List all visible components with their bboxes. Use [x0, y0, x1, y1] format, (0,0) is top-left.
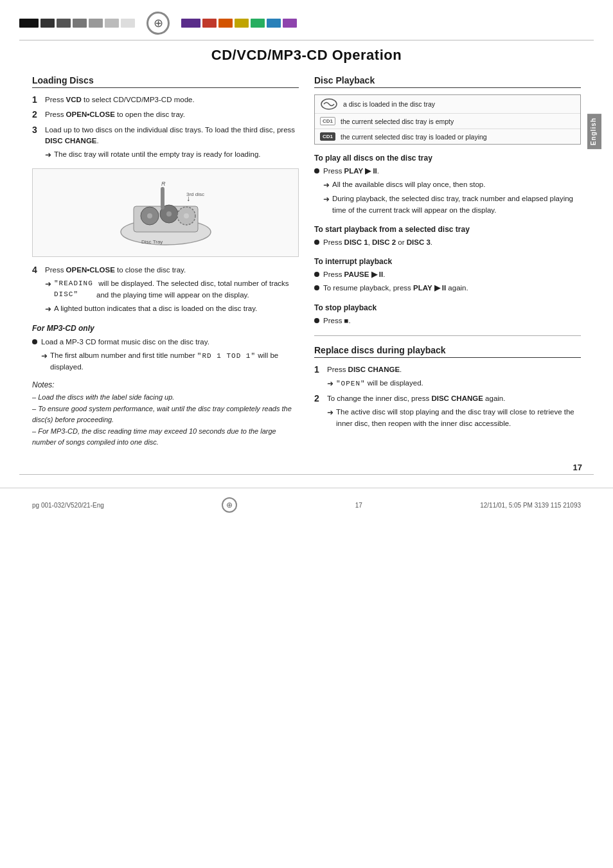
bar-seg: [19, 19, 39, 28]
replace-steps: 1 Press DISC CHANGE. ➜ "OPEN" will be di…: [314, 364, 581, 429]
main-columns: Loading Discs 1 Press VCD to select CD/V…: [32, 75, 581, 448]
bar-seg: [89, 19, 103, 28]
list-item: 1 Press DISC CHANGE. ➜ "OPEN" will be di…: [314, 364, 581, 389]
step-number: 4: [32, 265, 41, 275]
footer-divider: [19, 474, 594, 475]
step-content: Press VCD to select CD/VCD/MP3-CD mode.: [45, 94, 299, 105]
mp3-section: For MP3-CD only Load a MP-3 CD format mu…: [32, 324, 299, 373]
list-item: To ensure good system performance, wait …: [32, 403, 299, 425]
arrow-symbol: ➜: [327, 378, 333, 389]
step-content: Press OPEN•CLOSE to close the disc tray.…: [45, 265, 299, 315]
list-item: For MP3-CD, the disc reading time may ex…: [32, 426, 299, 447]
disc-status-row: CD1 the current selected disc tray is lo…: [315, 129, 580, 144]
step-number: 3: [32, 125, 41, 135]
arrow-text: "OPEN" will be displayed.: [336, 378, 423, 389]
arrow-symbol: ➜: [41, 350, 48, 362]
arrow-item: ➜ The disc tray will rotate until the em…: [45, 149, 299, 161]
arrow-symbol: ➜: [327, 407, 333, 418]
notes-list: Load the discs with the label side facin…: [32, 392, 299, 448]
loading-steps-cont: 4 Press OPEN•CLOSE to close the disc tra…: [32, 265, 299, 315]
svg-text:R: R: [161, 181, 166, 187]
bar-seg: [283, 19, 297, 28]
stop-heading: To stop playback: [314, 303, 581, 312]
bullet-dot: [314, 318, 319, 323]
right-column: English Disc Playback a disc is loaded i…: [314, 75, 581, 433]
list-item: 2 To change the inner disc, press DISC C…: [314, 393, 581, 429]
arrow-item: ➜ "OPEN" will be displayed.: [327, 378, 581, 389]
svg-text:3rd disc: 3rd disc: [186, 191, 204, 197]
bullet-content: To resume playback, press PLAY ▶ II agai…: [323, 283, 581, 294]
replace-discs-heading: Replace discs during playback: [314, 345, 581, 358]
svg-text:Disc Tray: Disc Tray: [141, 239, 163, 245]
footer-compass-icon: ⊕: [222, 497, 237, 513]
step-content: To change the inner disc, press DISC CHA…: [327, 393, 581, 429]
arrow-text: "READING DISC": [54, 278, 94, 299]
arrow-symbol: ➜: [45, 149, 51, 161]
disc-status-legend: a disc is loaded in the disc tray CD1 th…: [314, 94, 581, 145]
arrow-item: ➜ During playback, the selected disc tra…: [323, 193, 581, 216]
play-all-heading: To play all discs on the disc tray: [314, 154, 581, 163]
interrupt-heading: To interrupt playback: [314, 257, 581, 266]
list-item: 2 Press OPEN•CLOSE to open the disc tray…: [32, 109, 299, 120]
disc-tray-svg: R Disc Tray ↓ 3rd disc: [114, 174, 217, 251]
arrow-symbol: ➜: [323, 193, 330, 205]
bullet-content: Press PAUSE ▶ II.: [323, 269, 581, 280]
bar-seg: [181, 19, 200, 28]
disc-status-text: the current selected disc tray is loaded…: [341, 133, 487, 141]
loading-steps: 1 Press VCD to select CD/VCD/MP3-CD mode…: [32, 94, 299, 161]
arrow-text-cont: will be displayed. The selected disc, to…: [96, 278, 299, 301]
list-item: 4 Press OPEN•CLOSE to close the disc tra…: [32, 265, 299, 315]
step-number: 2: [314, 393, 323, 403]
stop-section: To stop playback Press ■.: [314, 303, 581, 326]
disc-label-loaded: CD1: [320, 132, 335, 141]
svg-point-3: [147, 213, 152, 218]
bullet-dot: [32, 339, 37, 344]
arrow-item: ➜ The active disc will stop playing and …: [327, 407, 581, 429]
arrow-symbol: ➜: [45, 278, 51, 290]
step-number: 1: [314, 364, 323, 375]
page-content: CD/VCD/MP3-CD Operation Loading Discs 1 …: [0, 40, 613, 474]
arrow-item: ➜ The first album number and first title…: [41, 350, 299, 373]
page-number-badge: 17: [573, 463, 582, 472]
disc-status-row: CD1 the current selected disc tray is em…: [315, 114, 580, 129]
disc-status-row: a disc is loaded in the disc tray: [315, 95, 580, 114]
bullet-item: Press ■.: [314, 315, 581, 326]
bar-seg: [121, 19, 135, 28]
compass-icon: ⊕: [147, 12, 170, 35]
language-tab: English: [587, 114, 601, 149]
footer-center-page: 17: [355, 502, 362, 509]
disc-wave-icon: [320, 98, 338, 110]
disc-label-empty: CD1: [320, 117, 335, 125]
list-item: 1 Press VCD to select CD/VCD/MP3-CD mode…: [32, 94, 299, 105]
list-item: Load the discs with the label side facin…: [32, 392, 299, 403]
footer-left-text: pg 001-032/V520/21-Eng: [32, 502, 104, 509]
step-number: 1: [32, 94, 41, 105]
start-selected-heading: To start playback from a selected disc t…: [314, 225, 581, 234]
bar-seg: [267, 19, 281, 28]
arrow-item: ➜ A lighted button indicates that a disc…: [45, 303, 299, 315]
disc-playback-heading: Disc Playback: [314, 75, 581, 88]
loading-discs-heading: Loading Discs: [32, 75, 299, 88]
page-title: CD/VCD/MP3-CD Operation: [32, 47, 581, 64]
arrow-item: ➜ All the available discs will play once…: [323, 179, 581, 191]
bar-seg: [235, 19, 249, 28]
bar-seg: [57, 19, 71, 28]
disc-status-text: the current selected disc tray is empty: [341, 118, 454, 125]
footer-right-text: 12/11/01, 5:05 PM 3139 115 21093: [480, 502, 581, 509]
disc-tray-illustration: R Disc Tray ↓ 3rd disc: [32, 168, 299, 257]
bar-seg: [105, 19, 119, 28]
bar-seg: [202, 19, 217, 28]
arrow-text: A lighted button indicates that a disc i…: [54, 303, 257, 314]
bullet-item: Press DISC 1, DISC 2 or DISC 3.: [314, 237, 581, 248]
interrupt-section: To interrupt playback Press PAUSE ▶ II. …: [314, 257, 581, 294]
svg-point-5: [166, 211, 172, 217]
bullet-dot: [314, 272, 319, 277]
bullet-item: Load a MP-3 CD format music disc on the …: [32, 337, 299, 373]
bullet-item: To resume playback, press PLAY ▶ II agai…: [314, 283, 581, 294]
arrow-symbol: ➜: [45, 303, 51, 315]
arrow-text: The first album number and first title n…: [50, 350, 299, 373]
bullet-item: Press PLAY ▶ II.: [314, 166, 581, 177]
arrow-item: ➜ "READING DISC" will be displayed. The …: [45, 278, 299, 301]
step-content: Press DISC CHANGE. ➜ "OPEN" will be disp…: [327, 364, 581, 389]
arrow-text: The disc tray will rotate until the empt…: [54, 149, 261, 160]
